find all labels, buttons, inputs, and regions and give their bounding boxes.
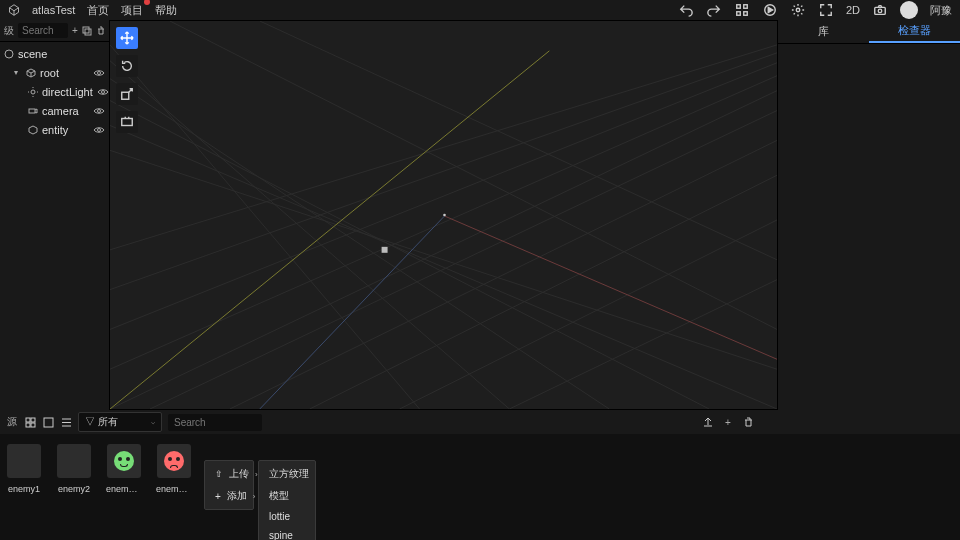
visibility-icon[interactable] <box>93 105 105 116</box>
hierarchy-node-scene[interactable]: scene <box>0 44 109 63</box>
rect-tool[interactable] <box>116 111 138 133</box>
menu-project[interactable]: 项目 <box>121 3 143 18</box>
hierarchy-panel: 级 + scene ▾ root directLight <box>0 20 109 410</box>
svg-rect-46 <box>31 423 35 427</box>
scene-icon <box>4 49 14 59</box>
ctx-add[interactable]: +添加› <box>205 485 253 507</box>
hierarchy-node[interactable]: directLight <box>0 82 109 101</box>
hierarchy-search-input[interactable] <box>18 23 68 38</box>
fullscreen-icon[interactable] <box>818 2 834 18</box>
inspector-panel: 库 检查器 <box>778 20 960 410</box>
project-name[interactable]: atlasTest <box>32 4 75 16</box>
camera-snapshot-icon[interactable] <box>872 2 888 18</box>
view-list-icon[interactable] <box>60 417 72 428</box>
tab-inspector[interactable]: 检查器 <box>869 20 960 43</box>
menu-help[interactable]: 帮助 <box>155 3 177 18</box>
mode-2d-toggle[interactable]: 2D <box>846 4 860 16</box>
top-bar: atlasTest 首页 项目 帮助 2D 阿豫 <box>0 0 960 20</box>
scale-tool[interactable] <box>116 83 138 105</box>
svg-rect-1 <box>744 5 748 9</box>
asset-item[interactable]: enemy1 <box>6 444 42 494</box>
svg-rect-41 <box>122 92 129 99</box>
hierarchy-node[interactable]: camera <box>0 101 109 120</box>
ctx-item[interactable]: lottie <box>259 507 315 526</box>
svg-point-11 <box>98 71 101 74</box>
svg-point-5 <box>796 8 800 12</box>
svg-point-40 <box>443 214 446 217</box>
app-logo-icon <box>8 4 20 16</box>
context-menu-primary: ⇧上传› +添加› <box>204 460 254 510</box>
svg-rect-45 <box>26 423 30 427</box>
svg-rect-14 <box>29 109 35 113</box>
svg-point-7 <box>878 9 882 13</box>
visibility-icon[interactable] <box>93 67 105 78</box>
entity-icon <box>28 125 38 135</box>
svg-rect-2 <box>737 12 741 16</box>
svg-point-10 <box>5 50 13 58</box>
svg-rect-44 <box>31 418 35 422</box>
svg-rect-8 <box>83 27 89 33</box>
cube-icon <box>26 68 36 78</box>
add-asset-icon[interactable]: + <box>722 417 734 428</box>
svg-point-13 <box>101 90 104 93</box>
ctx-item[interactable]: 立方纹理 <box>259 463 315 485</box>
viewport-3d[interactable] <box>109 20 778 410</box>
visibility-icon[interactable] <box>97 86 109 97</box>
move-tool[interactable] <box>116 27 138 49</box>
ctx-upload[interactable]: ⇧上传› <box>205 463 253 485</box>
redo-icon[interactable] <box>706 2 722 18</box>
notification-badge <box>144 0 150 5</box>
svg-rect-3 <box>744 12 748 16</box>
clone-node-icon[interactable] <box>82 25 92 36</box>
upload-icon[interactable] <box>702 417 714 428</box>
username[interactable]: 阿豫 <box>930 3 952 18</box>
svg-rect-9 <box>85 29 91 35</box>
settings-icon[interactable] <box>790 2 806 18</box>
tab-library[interactable]: 库 <box>778 20 869 43</box>
assets-panel: 源 ▽ 所有⌵ + enemy1 enemy2 enemys… enemys… … <box>0 410 960 540</box>
hierarchy-node-root[interactable]: ▾ root <box>0 63 109 82</box>
menu-home[interactable]: 首页 <box>87 3 109 18</box>
caret-down-icon[interactable]: ▾ <box>14 68 22 77</box>
undo-icon[interactable] <box>678 2 694 18</box>
viewport-tools <box>116 27 138 133</box>
svg-rect-0 <box>737 5 741 9</box>
add-node-icon[interactable]: + <box>72 25 78 36</box>
ctx-item[interactable]: spine <box>259 526 315 540</box>
hierarchy-node[interactable]: entity <box>0 120 109 139</box>
svg-rect-47 <box>44 418 53 427</box>
light-icon <box>28 87 38 97</box>
svg-point-15 <box>98 109 101 112</box>
asset-item[interactable]: enemy2 <box>56 444 92 494</box>
delete-node-icon[interactable] <box>96 25 106 36</box>
ctx-item[interactable]: 模型 <box>259 485 315 507</box>
delete-asset-icon[interactable] <box>742 417 754 428</box>
view-large-icon[interactable] <box>42 417 54 428</box>
user-avatar[interactable] <box>900 1 918 19</box>
asset-filter-dropdown[interactable]: ▽ 所有⌵ <box>78 412 162 432</box>
svg-point-12 <box>31 90 35 94</box>
asset-search-input[interactable] <box>168 414 262 431</box>
context-menu-submenu: 立方纹理 模型 lottie spine 纹理 <box>258 460 316 540</box>
svg-rect-43 <box>26 418 30 422</box>
hierarchy-header-icon: 级 <box>4 25 14 36</box>
play-icon[interactable] <box>762 2 778 18</box>
svg-rect-39 <box>382 247 388 253</box>
asset-item[interactable]: enemys… <box>106 444 142 494</box>
grid-snap-icon[interactable] <box>734 2 750 18</box>
assets-header-icon: 源 <box>6 417 18 428</box>
svg-point-16 <box>98 128 101 131</box>
view-grid-icon[interactable] <box>24 417 36 428</box>
asset-item[interactable]: enemys… <box>156 444 192 494</box>
camera-node-icon <box>28 106 38 116</box>
visibility-icon[interactable] <box>93 124 105 135</box>
svg-rect-42 <box>122 119 133 126</box>
rotate-tool[interactable] <box>116 55 138 77</box>
